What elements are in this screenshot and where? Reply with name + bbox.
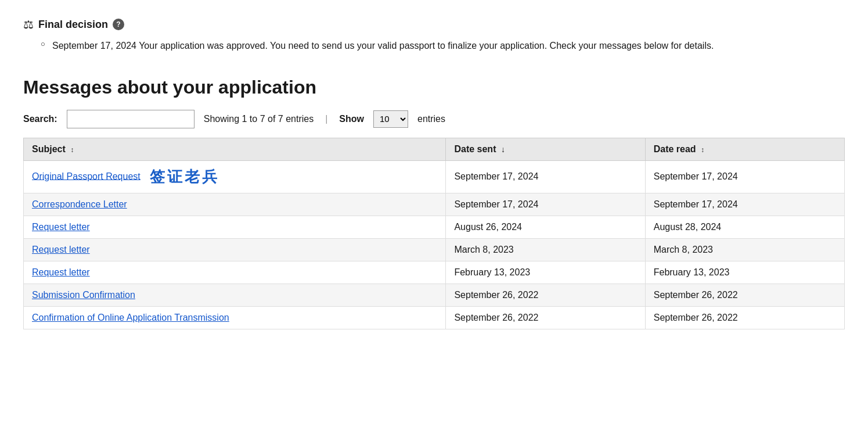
message-link[interactable]: Correspondence Letter	[32, 199, 127, 209]
cell-subject: Submission Confirmation	[24, 284, 446, 306]
table-row: Confirmation of Online Application Trans…	[24, 306, 845, 329]
message-link[interactable]: Confirmation of Online Application Trans…	[32, 313, 229, 322]
cell-date-read: March 8, 2023	[645, 238, 844, 261]
help-icon[interactable]: ?	[113, 19, 124, 30]
date-read-sort-icon: ↕	[701, 146, 704, 154]
table-row: Submission ConfirmationSeptember 26, 202…	[24, 284, 845, 306]
cell-date-read: February 13, 2023	[645, 261, 844, 284]
subject-sort-icon: ↕	[70, 146, 74, 154]
col-date-sent[interactable]: Date sent ↓	[446, 138, 645, 160]
cell-date-sent: September 26, 2022	[446, 284, 645, 306]
cell-date-sent: March 8, 2023	[446, 238, 645, 261]
final-decision-section: ⚖ Final decision ? September 17, 2024 Yo…	[23, 17, 845, 53]
messages-title: Messages about your application	[23, 77, 845, 98]
entries-label: entries	[417, 114, 445, 124]
message-link[interactable]: Request letter	[32, 222, 90, 232]
divider: |	[325, 114, 327, 124]
table-row: Request letterFebruary 13, 2023February …	[24, 261, 845, 284]
table-row: Correspondence LetterSeptember 17, 2024S…	[24, 193, 845, 216]
cell-date-read: September 26, 2022	[645, 306, 844, 329]
search-label: Search:	[23, 114, 57, 124]
cell-subject: Request letter	[24, 238, 446, 261]
cell-date-sent: February 13, 2023	[446, 261, 645, 284]
table-row: Request letterAugust 26, 2024August 28, …	[24, 216, 845, 238]
scale-icon: ⚖	[23, 17, 34, 31]
cell-date-sent: August 26, 2024	[446, 216, 645, 238]
table-row: Original Passport Request签证老兵September 1…	[24, 160, 845, 193]
message-link[interactable]: Request letter	[32, 267, 90, 277]
cell-subject: Correspondence Letter	[24, 193, 446, 216]
message-link[interactable]: Original Passport Request	[32, 171, 141, 181]
cell-date-read: September 17, 2024	[645, 193, 844, 216]
cell-subject: Request letter	[24, 261, 446, 284]
message-link[interactable]: Submission Confirmation	[32, 290, 135, 300]
cell-date-sent: September 17, 2024	[446, 193, 645, 216]
entries-info: Showing 1 to 7 of 7 entries	[204, 114, 314, 124]
final-decision-title: Final decision	[38, 19, 108, 31]
cell-date-read: September 26, 2022	[645, 284, 844, 306]
cell-date-read: August 28, 2024	[645, 216, 844, 238]
show-entries-select[interactable]: 10 25 50 100	[373, 110, 408, 128]
table-controls: Search: Showing 1 to 7 of 7 entries | Sh…	[23, 110, 845, 128]
table-row: Request letterMarch 8, 2023March 8, 2023	[24, 238, 845, 261]
message-link[interactable]: Request letter	[32, 245, 90, 254]
cell-subject: Confirmation of Online Application Trans…	[24, 306, 446, 329]
messages-table: Subject ↕ Date sent ↓ Date read ↕ Origin…	[23, 138, 845, 329]
col-date-read[interactable]: Date read ↕	[645, 138, 844, 160]
cell-date-read: September 17, 2024	[645, 160, 844, 193]
final-decision-header: ⚖ Final decision ?	[23, 17, 845, 31]
watermark-text: 签证老兵	[150, 168, 219, 185]
cell-subject: Request letter	[24, 216, 446, 238]
cell-date-sent: September 26, 2022	[446, 306, 645, 329]
date-sent-sort-icon: ↓	[501, 145, 505, 154]
final-decision-item: September 17, 2024 Your application was …	[41, 38, 845, 53]
search-input[interactable]	[67, 110, 195, 128]
final-decision-body: September 17, 2024 Your application was …	[23, 38, 845, 53]
table-header-row: Subject ↕ Date sent ↓ Date read ↕	[24, 138, 845, 160]
show-label: Show	[339, 114, 364, 124]
cell-subject: Original Passport Request签证老兵	[24, 160, 446, 193]
cell-date-sent: September 17, 2024	[446, 160, 645, 193]
col-subject[interactable]: Subject ↕	[24, 138, 446, 160]
messages-section: Messages about your application Search: …	[23, 77, 845, 329]
